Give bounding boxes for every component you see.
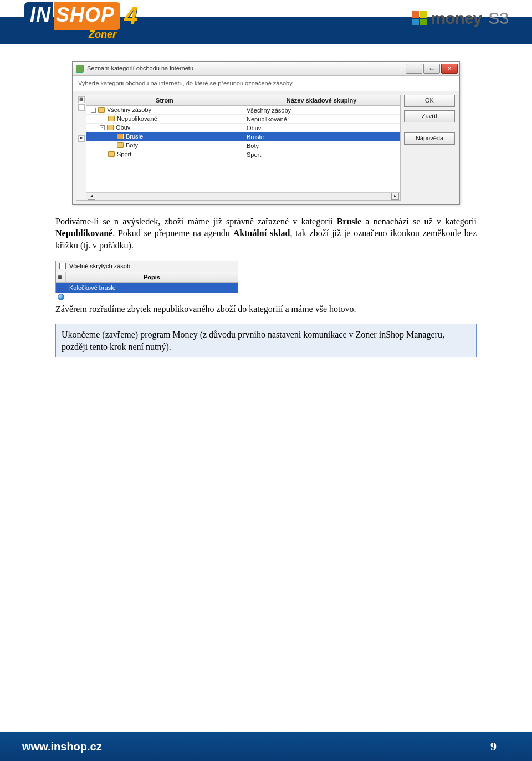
dialog-sidebar: OK Zavřít Nápověda — [404, 91, 459, 204]
tree-row[interactable]: BotyBoty — [86, 141, 400, 150]
minimize-button[interactable]: — — [406, 64, 422, 74]
page-content: Seznam kategorií obchodu na internetu — … — [0, 44, 532, 357]
page-footer: www.inshop.cz 9 — [0, 732, 532, 761]
expand-icon[interactable]: - — [91, 108, 96, 113]
grid-header: Strom Název skladové skupiny — [86, 95, 400, 106]
footer-url: www.inshop.cz — [22, 740, 102, 753]
tree-row[interactable]: BrusleBrusle — [86, 132, 400, 141]
group-name: Obuv — [242, 124, 400, 132]
inshop-logo-four: 4 — [124, 2, 138, 30]
group-name: Boty — [242, 141, 400, 150]
toolbar-icon[interactable]: ▦ — [78, 96, 85, 103]
close-dialog-button[interactable]: Zavřít — [404, 110, 455, 122]
checkbox-label: Včetně skrytých zásob — [69, 262, 130, 270]
tree-label: Sport — [117, 150, 131, 159]
bold-nepublikovane: Nepublikované — [55, 228, 112, 238]
group-name: Všechny zásoby — [242, 106, 400, 114]
tree-row[interactable]: NepublikovanéNepublikované — [86, 115, 400, 124]
checkbox-icon[interactable] — [59, 263, 66, 269]
col-name[interactable]: Název skladové skupiny — [243, 95, 400, 105]
folder-icon — [117, 134, 124, 139]
globe-icon — [58, 294, 64, 300]
tree-label: Brusle — [126, 132, 143, 141]
folder-icon — [108, 116, 115, 121]
money-logo-s3: S3 — [488, 9, 509, 28]
tree-label: Všechny zásoby — [107, 105, 151, 114]
app-icon — [76, 65, 84, 73]
panel-header-gutter: ▦ — [56, 272, 66, 282]
tree-label: Boty — [126, 141, 138, 150]
dialog-title: Seznam kategorií obchodu na internetu — [87, 64, 193, 73]
money-logo-text: money — [431, 9, 482, 28]
vertical-toolbar: ▦ ☰ ▸ — [76, 95, 86, 200]
category-dialog: Seznam kategorií obchodu na internetu — … — [72, 61, 460, 205]
expand-icon[interactable]: - — [100, 125, 105, 130]
folder-icon — [108, 151, 115, 157]
tree-row[interactable]: -Všechny zásobyVšechny zásoby — [86, 106, 400, 115]
paragraph-1: Podíváme-li se n avýsledek, zboží máme j… — [55, 216, 477, 252]
bold-aktualni-sklad: Aktuální sklad — [233, 228, 290, 238]
panel-row-value: Kolečkové brusle — [66, 283, 238, 293]
panel-row[interactable]: ▸ Kolečkové brusle — [56, 283, 238, 293]
folder-icon — [107, 125, 114, 130]
row-pointer-icon: ▸ — [78, 135, 85, 142]
group-name: Brusle — [242, 132, 400, 141]
tree-label: Obuv — [116, 123, 130, 132]
callout-box: Ukončeme (zavřeme) program Money (z důvo… — [55, 324, 477, 357]
group-name: Nepublikované — [242, 115, 400, 123]
panel-col-popis[interactable]: Popis — [66, 272, 238, 282]
inshop-logo: INSHOP 4 — [24, 2, 139, 30]
stock-panel: Včetně skrytých zásob ▦ Popis ▸ Kolečkov… — [55, 261, 238, 293]
money-logo: money S3 — [412, 9, 509, 28]
dialog-titlebar[interactable]: Seznam kategorií obchodu na internetu — … — [73, 62, 459, 76]
tree-row[interactable]: -ObuvObuv — [86, 124, 400, 132]
dialog-table: Strom Název skladové skupiny -Všechny zá… — [86, 95, 400, 200]
page-header: INSHOP 4 Zoner money S3 — [0, 0, 532, 44]
close-button[interactable]: ✕ — [441, 64, 458, 74]
group-name: Sport — [242, 150, 400, 159]
scroll-left-icon[interactable]: ◂ — [88, 193, 95, 200]
folder-icon — [98, 107, 105, 113]
scroll-right-icon[interactable]: ▸ — [391, 193, 399, 200]
inshop-logo-in: IN — [24, 2, 53, 30]
inshop-logo-shop: SHOP — [54, 2, 120, 30]
dialog-subtitle: Vyberte kategorii obchodu na internetu, … — [73, 76, 459, 91]
horizontal-scrollbar[interactable]: ◂ ▸ — [86, 192, 400, 200]
row-marker: ▸ — [56, 283, 66, 293]
maximize-button[interactable]: ▭ — [423, 64, 440, 74]
col-tree[interactable]: Strom — [86, 95, 243, 105]
money-square-icon — [412, 11, 427, 25]
bold-brusle: Brusle — [337, 217, 361, 226]
ok-button[interactable]: OK — [404, 95, 455, 107]
inshop-logo-sub: Zoner — [89, 29, 116, 40]
paragraph-2: Závěrem rozřadíme zbytek nepublikovaného… — [55, 303, 477, 315]
tree-label: Nepublikované — [117, 114, 157, 123]
help-button[interactable]: Nápověda — [404, 132, 455, 145]
page-number: 9 — [490, 739, 497, 754]
tree-row[interactable]: SportSport — [86, 150, 400, 159]
toolbar-icon[interactable]: ☰ — [78, 104, 85, 111]
folder-icon — [117, 142, 124, 148]
panel-header: ▦ Popis — [56, 272, 238, 283]
hidden-stock-checkbox-row[interactable]: Včetně skrytých zásob — [56, 261, 238, 272]
dialog-main: ▦ ☰ ▸ Strom Název skladové skupiny -Všec… — [76, 95, 401, 201]
